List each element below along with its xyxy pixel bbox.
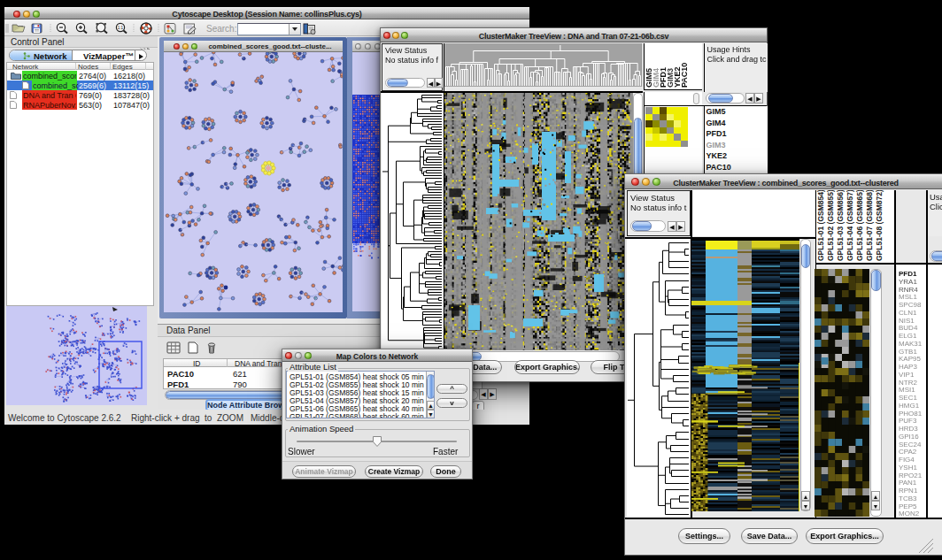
svg-text:GPL51-06 (GSM865): GPL51-06 (GSM865) <box>855 190 864 261</box>
svg-text:GPL51-04 (GSM857): GPL51-04 (GSM857) <box>845 190 854 261</box>
svg-text:GPL51-02 (GSM855): GPL51-02 (GSM855) <box>826 190 835 261</box>
svg-text:GPL51-08 (GSM872): GPL51-08 (GSM872) <box>875 190 884 261</box>
svg-text:PAC10: PAC10 <box>680 63 689 88</box>
svg-text:GPL51-01 (GSM854): GPL51-01 (GSM854) <box>816 190 825 261</box>
svg-text:GPL51-03 (GSM856): GPL51-03 (GSM856) <box>836 190 845 261</box>
svg-text:1:1: 1:1 <box>118 26 124 30</box>
svg-text:GPL51-07 (GSM868): GPL51-07 (GSM868) <box>865 190 874 261</box>
